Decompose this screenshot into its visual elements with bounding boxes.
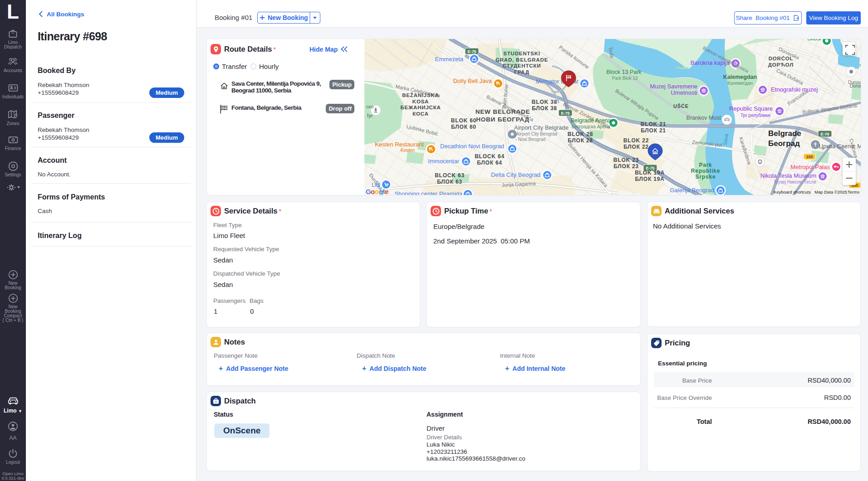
svg-text:BLOK 60: BLOK 60 [451, 117, 476, 124]
svg-text:g: g [379, 188, 383, 195]
svg-text:Metropol Palas: Metropol Palas [790, 164, 830, 170]
svg-text:Airport City Beograd: Airport City Beograd [516, 131, 557, 136]
svg-text:ђе: ђе [367, 113, 373, 118]
svg-text:BLOCK 63: BLOCK 63 [435, 172, 465, 179]
svg-text:E-75: E-75 [561, 111, 569, 116]
svg-text:Keyboard shortcuts: Keyboard shortcuts [774, 189, 811, 194]
svg-text:Belgrade: Belgrade [768, 129, 801, 138]
svg-text:Shopping center Piramida: Shopping center Piramida [394, 190, 462, 195]
svg-text:E-75: E-75 [467, 49, 476, 54]
svg-text:BLOK 38: BLOK 38 [532, 99, 557, 105]
svg-text:KOSA: KOSA [412, 99, 429, 104]
svg-text:Музеј Николе Тесле: Музеј Николе Тесле [774, 180, 816, 185]
svg-text:Terms: Terms [848, 189, 859, 194]
svg-text:Galerija Beograd: Galerija Beograd [670, 187, 714, 194]
svg-text:ско: ско [366, 104, 374, 109]
svg-text:БЛОК 19A: БЛОК 19A [635, 176, 664, 182]
svg-text:Decathlon Novi Beograd: Decathlon Novi Beograd [440, 143, 504, 150]
svg-text:BLOK 19A: BLOK 19A [635, 170, 665, 176]
svg-text:Brankov Most: Brankov Most [687, 115, 721, 121]
svg-text:e: e [385, 188, 388, 195]
svg-text:БЛОК 64: БЛОК 64 [477, 160, 502, 166]
svg-text:BLOK 28: BLOK 28 [568, 131, 593, 137]
svg-text:Београдска Арена: Београдска Арена [571, 124, 610, 129]
svg-text:Црква Светог М: Црква Светог М [819, 143, 861, 150]
svg-text:Umetnosti: Umetnosti [671, 89, 697, 96]
svg-text:Београд: Београд [768, 139, 800, 148]
svg-text:ГРАД: ГРАД [514, 69, 529, 75]
svg-text:o: o [371, 188, 375, 195]
svg-text:СТУДЕНТСКИ: СТУДЕНТСКИ [503, 63, 541, 68]
svg-text:BLOK 22: BLOK 22 [623, 137, 649, 144]
svg-text:КОСА: КОСА [412, 111, 429, 117]
svg-text:Delta City Beograd: Delta City Beograd [491, 171, 540, 178]
svg-text:STUDENTSKI: STUDENTSKI [503, 51, 540, 56]
svg-text:BLOK 21: BLOK 21 [641, 121, 666, 127]
svg-text:New Booking: New Booking [268, 14, 308, 21]
svg-text:100: 100 [806, 155, 813, 159]
svg-text:Park Blok 13: Park Blok 13 [612, 76, 638, 81]
svg-text:Republike: Republike [691, 168, 721, 174]
svg-text:BEŽANIJSKA: BEŽANIJSKA [402, 92, 439, 98]
svg-text:Block 13 Park: Block 13 Park [606, 69, 642, 75]
svg-text:НОВИ БЕОГРАД: НОВИ БЕОГРАД [476, 116, 530, 123]
svg-text:БЛОК 22: БЛОК 22 [623, 144, 649, 150]
svg-text:БЛОК 38: БЛОК 38 [532, 105, 557, 112]
svg-text:BLOCK 64: BLOCK 64 [475, 153, 505, 160]
svg-text:Map Data ©2025: Map Data ©2025 [814, 189, 847, 194]
svg-text:Srpske: Srpske [696, 174, 716, 180]
svg-text:NEW BELGRADE: NEW BELGRADE [476, 108, 530, 115]
svg-text:БЛОК 21: БЛОК 21 [641, 127, 666, 134]
svg-text:Emmezeta: Emmezeta [435, 56, 464, 63]
svg-text:БЛОК 60: БЛОК 60 [451, 124, 476, 130]
svg-text:Muzej Savremene: Muzej Savremene [650, 83, 697, 90]
svg-text:БЛОК 23: БЛОК 23 [613, 163, 639, 170]
svg-text:БЛОК 28: БЛОК 28 [568, 137, 593, 144]
svg-text:E-70: E-70 [820, 132, 829, 136]
svg-text:UŠĆE: UŠĆE [673, 103, 689, 109]
svg-text:Трг републике: Трг републике [740, 113, 770, 118]
svg-text:Kesten Restaurant: Kesten Restaurant [375, 141, 424, 148]
svg-text:G: G [366, 188, 371, 195]
svg-text:Kesten: Kesten [401, 148, 415, 153]
svg-text:Nikola Tesla Museum: Nikola Tesla Museum [760, 172, 816, 179]
svg-text:Park: Park [699, 162, 712, 168]
svg-text:Duna: Duna [850, 83, 861, 88]
svg-text:Silosi: Silosi [807, 39, 821, 42]
svg-text:Belgrade Arena: Belgrade Arena [570, 117, 611, 124]
svg-text:Republic Square: Republic Square [729, 105, 773, 112]
svg-text:Barokna kapija: Barokna kapija [691, 59, 730, 66]
svg-text:Lidl: Lidl [372, 182, 380, 188]
svg-text:БЛОК 63: БЛОК 63 [437, 179, 462, 185]
svg-text:o: o [375, 188, 379, 195]
svg-text:Калемегдан: Калемегдан [727, 81, 752, 86]
svg-text:BLOK 23: BLOK 23 [613, 157, 639, 163]
svg-text:Etnografski muzej: Etnografski muzej [771, 86, 818, 93]
svg-text:Dolly Bell Java: Dolly Bell Java [453, 78, 492, 84]
svg-text:DORĆOL: DORĆOL [769, 56, 794, 61]
svg-text:Airport City Belgrade: Airport City Belgrade [514, 124, 569, 131]
svg-text:- Novi Beograd: - Novi Beograd [515, 137, 546, 142]
svg-text:ДОРЋОЛ: ДОРЋОЛ [768, 62, 794, 68]
svg-text:GRAD, BELGRADE: GRAD, BELGRADE [495, 57, 548, 63]
svg-text:Immocentar: Immocentar [428, 158, 459, 165]
svg-text:Kalemegdan: Kalemegdan [723, 74, 757, 80]
svg-text:БЕЖАНИЈСКА: БЕЖАНИЈСКА [400, 105, 441, 110]
